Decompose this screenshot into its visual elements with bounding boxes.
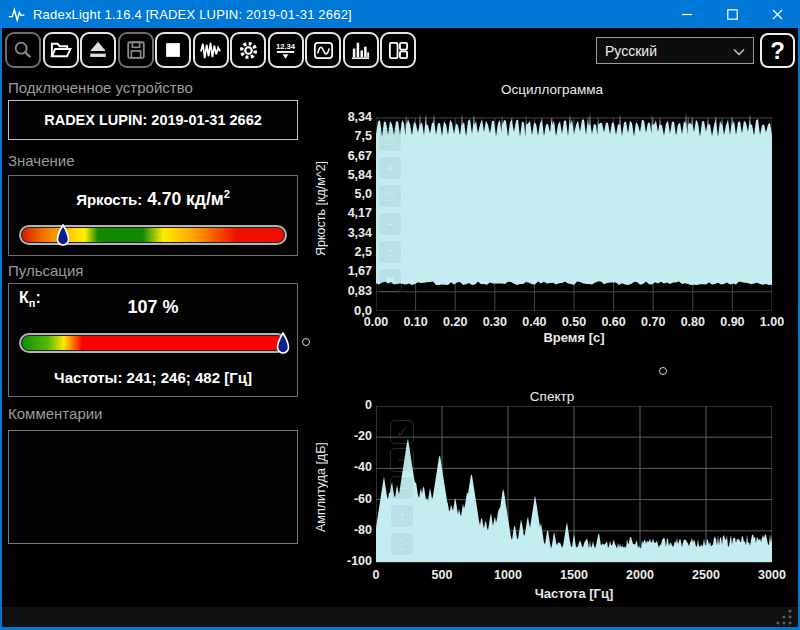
layout-icon [387, 39, 410, 62]
eject-device-button[interactable] [80, 32, 116, 68]
y-tick-label: -20 [306, 429, 372, 443]
device-name-box: RADEX LUPIN: 2019-01-31 2662 [8, 100, 298, 140]
pulsation-section-label: Пульсация [8, 262, 298, 279]
minimize-button[interactable] [665, 0, 710, 28]
pan-tool-button[interactable]: ↕ [378, 240, 402, 264]
eject-icon [87, 39, 109, 61]
help-label: ? [770, 37, 785, 65]
open-folder-icon [49, 39, 72, 62]
x-tick-label: 1000 [484, 568, 532, 582]
maximize-button[interactable] [710, 0, 755, 28]
comments-box [8, 430, 298, 544]
x-tick-label: 3000 [748, 568, 796, 582]
zoom-out-tool-button[interactable]: − [390, 476, 414, 500]
device-section-label: Подключенное устройство [8, 79, 298, 96]
kp-value: 107 % [9, 297, 297, 318]
pan-tool-button[interactable]: ↕ [390, 504, 414, 528]
y-tick-label: 4,17 [306, 206, 372, 220]
bar-chart-icon [349, 39, 372, 62]
pulsation-box: Кп: 107 % Частоты: 241; 246; 482 [Гц] [8, 283, 298, 397]
pulsation-marker-icon [276, 332, 290, 356]
wave-box-icon [312, 39, 335, 62]
y-tick-label: 0 [306, 398, 372, 412]
y-tick-label: -60 [306, 492, 372, 506]
check-tool-button[interactable]: ✓ [390, 420, 414, 444]
title-bar: RadexLight 1.16.4 [RADEX LUPIN: 2019-01-… [0, 0, 800, 28]
panel-splitter-handle[interactable] [302, 338, 310, 346]
y-tick-label: 3,34 [306, 226, 372, 240]
language-select[interactable]: Русский [596, 37, 754, 64]
measurement-display-button[interactable]: 12.34 [268, 32, 304, 68]
oscillogram-title: Осциллограмма [312, 82, 792, 97]
luminance-reading: Яркость: 4.70 кд/м2 [9, 188, 297, 210]
x-tick-label: 2000 [616, 568, 664, 582]
zoom-button[interactable] [5, 32, 41, 68]
chevron-down-icon [733, 43, 745, 59]
spectrum-xlabel: Частота [Гц] [474, 586, 674, 601]
meter-icon: 12.34 [274, 39, 297, 62]
y-tick-label: 5,0 [306, 187, 372, 201]
window-border-left [0, 28, 2, 630]
waveform-window-button[interactable] [305, 32, 341, 68]
y-tick-label: 8,34 [306, 110, 372, 124]
spectrum-toolbar: ✓~−↕⋮ [390, 420, 414, 556]
value-box: Яркость: 4.70 кд/м2 [8, 175, 298, 256]
waveform-icon [199, 39, 222, 62]
luminance-marker-icon [56, 224, 70, 248]
chart-splitter-handle[interactable] [659, 367, 667, 375]
y-tick-label: 2,5 [306, 245, 372, 259]
y-tick-label: -80 [306, 523, 372, 537]
oscillogram-view-button[interactable] [193, 32, 229, 68]
save-file-button[interactable] [118, 32, 154, 68]
floppy-icon [125, 39, 147, 61]
x-tick-label: 0 [352, 568, 400, 582]
spectrum-plot[interactable] [376, 406, 772, 564]
value-section-label: Значение [8, 152, 298, 169]
frequencies-text: Частоты: 241; 246; 482 [Гц] [9, 369, 297, 386]
device-name: RADEX LUPIN: 2019-01-31 2662 [44, 112, 262, 128]
spectrum-title: Спектр [312, 389, 792, 404]
window-title: RadexLight 1.16.4 [RADEX LUPIN: 2019-01-… [33, 7, 352, 22]
status-bar [2, 607, 798, 627]
select-tool-button[interactable]: □ [378, 128, 402, 152]
luminance-value: 4.70 кд/м [142, 189, 223, 209]
comments-section-label: Комментарии [8, 405, 298, 422]
gear-icon [237, 39, 260, 62]
svg-text:12.34: 12.34 [276, 41, 296, 50]
open-file-button[interactable] [43, 32, 79, 68]
oscillogram-toolbar: □+□−↕■ [378, 128, 402, 292]
y-tick-label: 0,83 [306, 284, 372, 298]
oscillogram-xlabel: Время [с] [474, 330, 674, 345]
app-icon [8, 6, 25, 23]
comments-input[interactable] [9, 431, 297, 543]
luminance-label: Яркость: [76, 191, 142, 208]
smoothing-tool-button[interactable]: ~ [390, 448, 414, 472]
stop-measurement-button[interactable] [155, 32, 191, 68]
settings-button[interactable] [230, 32, 266, 68]
zoom-in-tool-button[interactable]: + [378, 156, 402, 180]
help-button[interactable]: ? [760, 33, 795, 68]
pulsation-scale-bar [19, 333, 287, 353]
y-tick-label: 7,5 [306, 129, 372, 143]
y-tick-label: -100 [306, 554, 372, 568]
magnifier-icon [12, 39, 34, 61]
reset-zoom-tool-button[interactable]: ■ [378, 268, 402, 292]
close-button[interactable] [755, 0, 800, 28]
luminance-unit-sup: 2 [224, 188, 230, 200]
more-tool-button[interactable]: ⋮ [390, 532, 414, 556]
x-tick-label: 2500 [682, 568, 730, 582]
oscillogram-plot[interactable] [376, 105, 772, 311]
band-tool-button[interactable]: □ [378, 184, 402, 208]
zoom-out-tool-button[interactable]: − [378, 212, 402, 236]
layout-button[interactable] [380, 32, 416, 68]
spectrum-window-button[interactable] [343, 32, 379, 68]
resize-grip[interactable] [762, 607, 794, 627]
language-value: Русский [605, 43, 657, 59]
luminance-scale-bar [19, 225, 287, 245]
y-tick-label: 1,67 [306, 264, 372, 278]
x-tick-label: 1500 [550, 568, 598, 582]
y-tick-label: -40 [306, 460, 372, 474]
app-window: RadexLight 1.16.4 [RADEX LUPIN: 2019-01-… [0, 0, 800, 630]
y-tick-label: 5,84 [306, 168, 372, 182]
x-tick-label: 1.00 [748, 315, 796, 329]
